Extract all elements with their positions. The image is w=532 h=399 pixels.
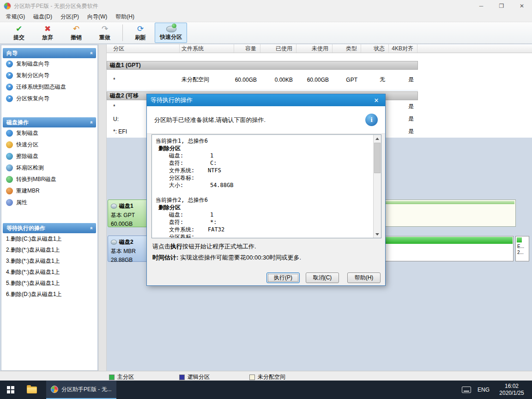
table-row[interactable]: * 未分配空间 60.00GB 0.00KB 60.00GB GPT 无 是 bbox=[107, 69, 418, 91]
operations-list[interactable]: 当前操作1, 总操作6 删除分区 磁盘: 1 盘符: C: 文件系统: NTFS… bbox=[151, 134, 381, 238]
table-header: 分区 文件系统 容量 已使用 未使用 类型 状态 4KB对齐 bbox=[107, 44, 532, 53]
legend-logical: 逻辑分区 bbox=[179, 373, 210, 381]
discard-button[interactable]: ✖ 放弃 bbox=[33, 23, 62, 43]
taskbar-app-button[interactable]: 分区助手PE版 - 无... bbox=[46, 381, 116, 399]
window-controls: ─ ❐ ✕ bbox=[471, 0, 532, 12]
maximize-button[interactable]: ❐ bbox=[491, 0, 512, 12]
help-button[interactable]: 帮助(H) bbox=[347, 272, 381, 283]
undo-icon: ↶ bbox=[73, 24, 79, 33]
pending-operation-4[interactable]: 4.删除(*:)盘从磁盘1上 bbox=[1, 266, 97, 278]
menu-general[interactable]: 常规(G) bbox=[2, 12, 29, 22]
sidebar-item-copy-disk[interactable]: 复制磁盘 bbox=[1, 127, 97, 139]
collapse-icon[interactable]: » bbox=[88, 227, 94, 230]
titlebar: 分区助手PE版 - 无损分区免费软件 ─ ❐ ✕ bbox=[0, 0, 532, 12]
operation-details: 磁盘: 1 盘符: C: 文件系统: NTFS 分区卷标: 大小: 54.88G… bbox=[156, 152, 370, 189]
dialog-close-icon[interactable]: ✕ bbox=[371, 97, 381, 104]
rebuild-mbr-icon bbox=[6, 187, 13, 194]
pending-operation-3[interactable]: 3.删除(*:)盘从磁盘1上 bbox=[1, 255, 97, 266]
sidebar-item-properties[interactable]: 属性 bbox=[1, 197, 97, 208]
disk1-panel[interactable]: 磁盘1 基本 GPT 60.00GB bbox=[108, 200, 152, 227]
scroll-down-icon[interactable] bbox=[374, 230, 381, 238]
operation-header: 当前操作2, 总操作6 bbox=[156, 196, 370, 204]
dialog-instruction: 请点击执行按钮开始让程序正式地工作. bbox=[152, 242, 256, 251]
sidebar-item-copy-disk-wizard[interactable]: 复制磁盘向导 bbox=[1, 58, 97, 70]
col-4kb-aligned[interactable]: 4KB对齐 bbox=[389, 44, 417, 53]
wizard-arrow-icon bbox=[6, 84, 13, 91]
col-status[interactable]: 状态 bbox=[361, 44, 389, 53]
col-used[interactable]: 已使用 bbox=[260, 44, 296, 53]
pending-operation-6[interactable]: 6.删除(D:)盘从磁盘1上 bbox=[1, 289, 97, 300]
section-header-wizard[interactable]: 向导 » bbox=[3, 48, 96, 58]
col-type[interactable]: 类型 bbox=[332, 44, 361, 53]
sidebar-splitter[interactable] bbox=[98, 44, 107, 371]
col-capacity[interactable]: 容量 bbox=[234, 44, 260, 53]
sidebar-item-copy-partition-wizard[interactable]: 复制分区向导 bbox=[1, 70, 97, 81]
sidebar-item-quick-partition[interactable]: 快速分区 bbox=[1, 139, 97, 151]
clock[interactable]: 16:02 2020/1/25 bbox=[496, 383, 527, 397]
dialog-estimate: 时间估计: 实现这些操作可能需要花00:00:30时间或更多. bbox=[152, 254, 301, 262]
sidebar-item-partition-recovery[interactable]: 分区恢复向导 bbox=[1, 93, 97, 104]
pending-operation-2[interactable]: 2.删除(*:)盘从磁盘1上 bbox=[1, 244, 97, 255]
disk1-group-header[interactable]: 磁盘1 (GPT) bbox=[107, 61, 418, 70]
copy-disk-icon bbox=[6, 130, 13, 137]
col-partition[interactable]: 分区 bbox=[107, 44, 180, 53]
sidebar-item-rebuild-mbr[interactable]: 重建MBR bbox=[1, 185, 97, 197]
legend-unallocated: 未分配空间 bbox=[249, 373, 285, 381]
app-window: 分区助手PE版 - 无损分区免费软件 ─ ❐ ✕ 常规(G) 磁盘(D) 分区(… bbox=[0, 0, 532, 399]
disk2-type: 基本 MBR bbox=[111, 248, 149, 255]
menubar: 常规(G) 磁盘(D) 分区(P) 向导(W) 帮助(H) bbox=[0, 12, 532, 22]
file-explorer-button[interactable] bbox=[21, 381, 42, 399]
dialog-message-strip: 分区助手已经准备就绪,请确认下面的操作. i bbox=[147, 106, 385, 134]
sidebar-item-convert-to-mbr[interactable]: 转换到MBR磁盘 bbox=[1, 174, 97, 185]
sidebar-item-migrate-os[interactable]: 迁移系统到固态磁盘 bbox=[1, 81, 97, 93]
sidebar-item-bad-sector-test[interactable]: 坏扇区检测 bbox=[1, 162, 97, 174]
primary-swatch bbox=[109, 375, 115, 380]
execute-button[interactable]: 执行(P) bbox=[266, 272, 300, 283]
minimize-button[interactable]: ─ bbox=[471, 0, 491, 12]
quick-partition-icon bbox=[6, 141, 13, 148]
windows-logo-icon bbox=[7, 386, 14, 393]
close-button[interactable]: ✕ bbox=[512, 0, 532, 12]
disk2-size: 28.88GB bbox=[111, 257, 149, 263]
legend-bar: 主分区 逻辑分区 未分配空间 bbox=[0, 371, 532, 381]
disk1-size: 60.00GB bbox=[111, 221, 149, 227]
col-unused[interactable]: 未使用 bbox=[296, 44, 332, 53]
section-header-pending-operations[interactable]: 等待执行的操作 » bbox=[3, 223, 96, 233]
scrollbar-thumb[interactable] bbox=[374, 143, 381, 173]
menu-help[interactable]: 帮助(H) bbox=[111, 12, 139, 22]
system-tray: ENG 16:02 2020/1/25 bbox=[462, 383, 532, 397]
submit-button[interactable]: ✔ 提交 bbox=[5, 23, 33, 43]
toolbar-separator bbox=[122, 24, 123, 41]
menu-partition[interactable]: 分区(P) bbox=[56, 12, 83, 22]
redo-button[interactable]: ↷ 重做 bbox=[91, 23, 119, 43]
disk2-panel[interactable]: 磁盘2 基本 MBR 28.88GB bbox=[108, 236, 152, 262]
partition-color-strip bbox=[517, 237, 522, 242]
disk2-small-segment[interactable]: E... 2... bbox=[515, 236, 529, 261]
scrollbar[interactable] bbox=[373, 135, 381, 238]
pending-operation-1[interactable]: 1.删除(C:)盘从磁盘1上 bbox=[1, 233, 97, 244]
disk-icon bbox=[111, 204, 117, 209]
wizard-arrow-icon bbox=[6, 72, 13, 79]
properties-icon bbox=[6, 199, 13, 206]
pending-operation-5[interactable]: 5.删除(*:)盘从磁盘1上 bbox=[1, 278, 97, 289]
undo-button[interactable]: ↶ 撤销 bbox=[62, 23, 91, 43]
menu-disk[interactable]: 磁盘(D) bbox=[29, 12, 56, 22]
sidebar: 向导 » 复制磁盘向导 复制分区向导 迁移系统到固态磁盘 分区恢复向导 磁盘操作… bbox=[1, 45, 98, 371]
window-title: 分区助手PE版 - 无损分区免费软件 bbox=[14, 2, 98, 10]
section-header-disk-operations[interactable]: 磁盘操作 » bbox=[3, 117, 96, 127]
sidebar-item-wipe-disk[interactable]: 擦除磁盘 bbox=[1, 151, 97, 162]
keyboard-icon[interactable] bbox=[462, 387, 471, 393]
col-filesystem[interactable]: 文件系统 bbox=[180, 44, 234, 53]
menu-wizard[interactable]: 向导(W) bbox=[83, 12, 111, 22]
scroll-up-icon[interactable] bbox=[374, 135, 381, 142]
disk-icon bbox=[166, 24, 176, 33]
quick-partition-button[interactable]: 快速分区 bbox=[155, 23, 187, 43]
collapse-icon[interactable]: » bbox=[88, 52, 94, 54]
start-button[interactable] bbox=[0, 381, 21, 399]
language-indicator[interactable]: ENG bbox=[478, 387, 490, 393]
collapse-icon[interactable]: » bbox=[88, 121, 94, 124]
refresh-button[interactable]: ⟳ 刷新 bbox=[126, 23, 155, 43]
cancel-button[interactable]: 取消(C) bbox=[306, 272, 339, 283]
folder-icon bbox=[27, 387, 37, 393]
partition-label: E... bbox=[516, 243, 529, 249]
